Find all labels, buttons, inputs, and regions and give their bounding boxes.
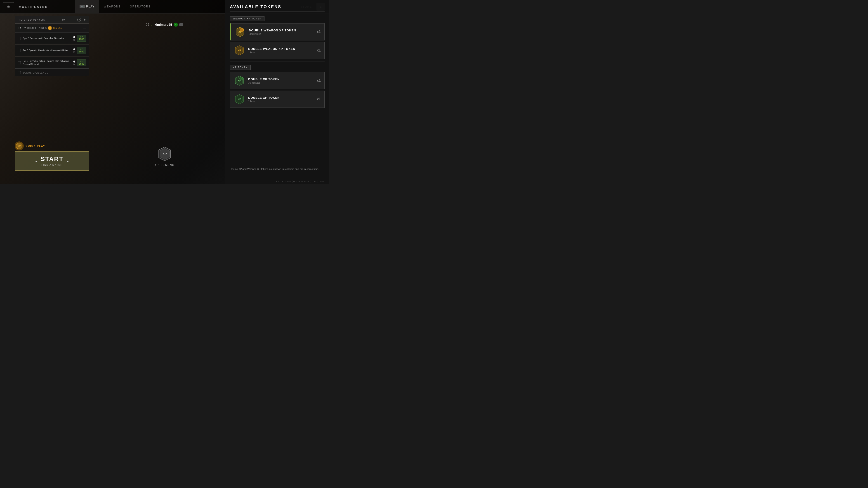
challenge-total-1: /3 [73, 39, 75, 41]
token-name-xp-30min: DOUBLE XP TOKEN [248, 77, 313, 81]
svg-text:XP: XP [238, 98, 241, 101]
svg-text:↑: ↑ [241, 78, 242, 80]
token-name-weapon-xp-1hr: DOUBLE WEAPON XP TOKEN [248, 47, 313, 51]
quick-play-icon [15, 141, 24, 151]
token-card-xp-30min[interactable]: XP ↑ DOUBLE XP TOKEN 30 minutes x1 [230, 72, 324, 89]
token-info-xp-30min: DOUBLE XP TOKEN 30 minutes [248, 77, 313, 84]
svg-text:↑: ↑ [241, 29, 243, 31]
challenge-text-1: Spot 3 Enemies with Snapshot Grenades [23, 37, 71, 40]
xbox-symbol: X [176, 24, 177, 26]
challenge-checkbox-3 [18, 61, 21, 64]
weapon-xp-section-header: WEAPON XP TOKEN [230, 16, 265, 21]
token-card-weapon-xp-1hr[interactable]: XP DOUBLE WEAPON XP TOKEN 1 hour x1 [230, 42, 324, 59]
svg-text:XP: XP [238, 49, 241, 52]
challenge-count-2: 0 /5 [73, 48, 75, 53]
challenges-timer: 13m 25s [53, 27, 61, 29]
tab-weapons[interactable]: WEAPONS [99, 0, 125, 13]
nav-tabs: 🎮 PLAY WEAPONS OPERATORS [75, 0, 155, 13]
token-card-weapon-xp-30min[interactable]: XP ↑ DOUBLE WEAPON XP TOKEN 30 minutes x… [230, 23, 324, 40]
progress-bar-1 [15, 43, 89, 44]
weapon-xp-icon-svg-1: XP ↑ [235, 26, 246, 37]
challenge-item-3: Get 2 Buzzkills, Killing Enemies One Kil… [15, 57, 89, 69]
nav-title: MULTIPLAYER [19, 5, 48, 8]
svg-point-1 [18, 145, 20, 147]
token-info-weapon-xp-30min: DOUBLE WEAPON XP TOKEN 30 minutes [249, 29, 313, 35]
nav-logo[interactable]: ⊕ [3, 2, 14, 11]
xp-badge-1: XP 2500 [77, 35, 86, 42]
weapon-xp-icon-svg-2: XP [234, 45, 245, 56]
xp-badge-3: XP 2500 [77, 59, 86, 66]
bottom-note: Double XP and Weapon XP tokens countdown… [230, 167, 324, 171]
challenge-text-3: Get 2 Buzzkills, Killing Enemies One Kil… [23, 60, 71, 66]
controller-hint-play: 🎮 [80, 5, 85, 8]
progress-bar-2 [15, 56, 89, 56]
xp-value-3: 2500 [79, 62, 84, 65]
challenges-label: DAILY CHALLENGES [18, 27, 47, 29]
challenge-checkbox-2 [18, 49, 21, 52]
token-duration-xp-1hr: 1 hour [248, 100, 313, 103]
quick-play-bar: QUICK PLAY [15, 141, 89, 151]
start-arrow-right: ► [66, 159, 69, 163]
right-panel-title: AVAILABLE TOKENS [230, 4, 324, 12]
warning-icon: ! [49, 26, 52, 30]
challenge-checkbox-1 [18, 37, 21, 40]
logo-symbol: ⊕ [7, 4, 10, 9]
svg-text:XP: XP [162, 152, 167, 156]
tab-operators-label: OPERATORS [130, 5, 151, 8]
token-count-xp-30min: x1 [317, 78, 321, 83]
bottom-left: QUICK PLAY ◄ START FIND A MATCH ► [15, 141, 89, 171]
playlist-count: 4/9 [61, 19, 65, 21]
xp-tokens-center[interactable]: XP XP TOKENS [154, 146, 175, 166]
player-info: 26 ↓ kimimaro25 X [146, 23, 183, 27]
challenge-item-2: Get 5 Operator Headshots with Assault Ri… [15, 44, 89, 57]
tab-weapons-label: WEAPONS [104, 5, 121, 8]
challenge-count-1: 0 /3 [73, 35, 75, 41]
start-text-group: START FIND A MATCH [40, 156, 63, 167]
quick-play-animal-icon [16, 142, 23, 150]
xp-label-1: XP [80, 36, 83, 38]
start-button[interactable]: ◄ START FIND A MATCH ► [15, 151, 89, 171]
tab-operators[interactable]: OPERATORS [125, 0, 155, 13]
filtered-playlist-bar[interactable]: FILTERED PLAYLIST 4/9 ? + [15, 16, 89, 24]
xp-token-icon-1: XP ↑ [234, 75, 245, 86]
start-sub-text: FIND A MATCH [41, 164, 62, 166]
xp-token-icon-2: XP [234, 94, 245, 105]
token-duration-weapon-xp-30min: 30 minutes [249, 33, 313, 35]
left-panel: FILTERED PLAYLIST 4/9 ? + DAILY CHALLENG… [15, 16, 89, 76]
token-count-xp-1hr: x1 [317, 97, 321, 101]
xp-value-2: 2500 [79, 50, 84, 53]
xbox-icon: X [174, 23, 178, 27]
xp-badge-2: XP 2500 [77, 47, 86, 54]
tab-play[interactable]: 🎮 PLAY [75, 0, 99, 13]
tab-play-label: PLAY [86, 5, 95, 8]
xp-value-1: 2500 [79, 38, 84, 41]
token-card-xp-1hr[interactable]: XP DOUBLE XP TOKEN 1 hour x1 [230, 91, 324, 108]
right-panel: AVAILABLE TOKENS WEAPON XP TOKEN XP ↑ DO… [225, 0, 329, 184]
xp-icon-svg-2: XP [234, 94, 245, 105]
bonus-challenge: BONUS CHALLENGE [15, 69, 89, 76]
xp-token-large-icon: XP [157, 146, 173, 162]
player-level: 26 [146, 23, 149, 26]
playlist-add-icon[interactable]: + [83, 18, 86, 22]
token-count-weapon-xp-1hr: x1 [317, 48, 321, 53]
xp-icon-svg-1: XP ↑ [234, 75, 245, 86]
challenge-total-3: /2 [73, 63, 75, 66]
controller-icon [179, 23, 183, 26]
progress-bar-3 [15, 68, 89, 68]
start-main-text: START [40, 156, 63, 163]
token-name-xp-1hr: DOUBLE XP TOKEN [248, 96, 313, 99]
challenge-total-2: /5 [73, 51, 75, 53]
start-arrow-left: ◄ [35, 159, 38, 163]
xp-tokens-label: XP TOKENS [154, 164, 175, 166]
challenge-text-2: Get 5 Operator Headshots with Assault Ri… [23, 49, 71, 52]
token-info-xp-1hr: DOUBLE XP TOKEN 1 hour [248, 96, 313, 103]
minimize-icon[interactable]: — [83, 26, 86, 30]
version-text: 9.4.13031291 [39:227:1465+11] Tmc [7000] [276, 180, 324, 183]
challenge-current-3: 0 [73, 60, 75, 63]
challenge-current-2: 0 [73, 48, 75, 51]
token-count-weapon-xp-30min: x1 [317, 30, 321, 34]
player-name: kimimaro25 [154, 23, 172, 26]
weapon-xp-token-icon-1: XP ↑ [235, 26, 246, 37]
weapon-xp-token-icon-2: XP [234, 45, 245, 56]
playlist-help-icon[interactable]: ? [77, 18, 81, 22]
